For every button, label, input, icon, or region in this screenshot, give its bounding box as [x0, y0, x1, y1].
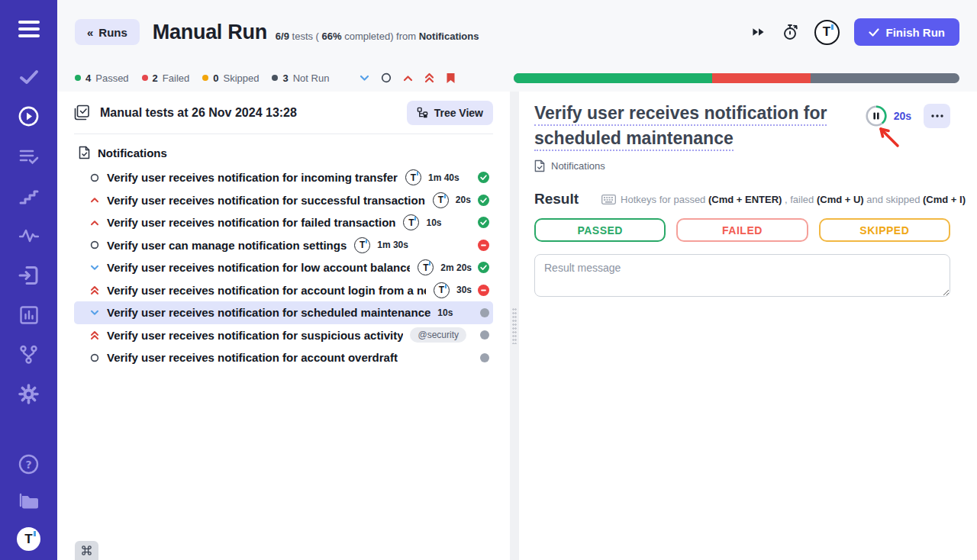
- run-progress-subtitle: 6/9 tests ( 66% completed) from Notifica…: [276, 31, 479, 42]
- priority-icon: [89, 240, 99, 249]
- command-icon: [80, 544, 93, 557]
- tree-view-button[interactable]: Tree View: [407, 101, 493, 125]
- test-detail-panel: Verify user receives notification for sc…: [519, 92, 977, 560]
- bar-chart-icon[interactable]: [19, 304, 39, 325]
- testomat-logo-icon: T: [354, 237, 370, 253]
- test-title: Verify user receives notification for ac…: [107, 284, 426, 297]
- failed-dot-icon: [142, 75, 148, 81]
- hamburger-menu-icon[interactable]: [18, 18, 40, 39]
- test-duration: 1m 40s: [428, 172, 459, 183]
- status-icon: [472, 195, 489, 206]
- status-row: 4Passed 2Failed 0Skipped 3Not Run: [57, 64, 977, 92]
- check-icon: [869, 28, 879, 37]
- test-duration: 20s: [456, 195, 471, 205]
- skipped-button[interactable]: SKIPPED: [819, 218, 950, 242]
- test-duration: 1m 30s: [377, 240, 408, 250]
- branch-icon[interactable]: [18, 344, 39, 365]
- testomat-logo-icon: T: [418, 259, 434, 275]
- failed-button[interactable]: FAILED: [676, 218, 808, 242]
- activity-pulse-icon[interactable]: [19, 225, 39, 246]
- command-key-badge[interactable]: [75, 541, 98, 560]
- stairs-icon[interactable]: [19, 185, 39, 206]
- priority-icon: [89, 285, 99, 295]
- sidebar: ? T: [0, 0, 57, 560]
- status-icon: [472, 172, 489, 183]
- result-message-input[interactable]: [534, 254, 950, 297]
- svg-text:?: ?: [25, 459, 31, 471]
- help-circle-icon[interactable]: ?: [18, 454, 39, 475]
- test-title: Verify user receives notification for su…: [107, 194, 425, 207]
- test-row[interactable]: Verify user receives notification for in…: [74, 166, 493, 189]
- test-list-panel: Manual tests at 26 Nov 2024 13:28 Tree V…: [57, 92, 510, 560]
- priority-icon: [89, 310, 99, 316]
- chevrons-up-icon[interactable]: [424, 72, 434, 83]
- bookmark-icon[interactable]: [446, 72, 456, 84]
- result-heading: Result: [534, 191, 579, 208]
- back-to-runs-button[interactable]: « Runs: [75, 19, 140, 45]
- test-row[interactable]: Verify user receives notification for ac…: [74, 346, 493, 369]
- testomat-logo-icon[interactable]: T: [17, 527, 40, 551]
- testomat-logo-icon: T: [433, 192, 449, 208]
- notrun-dot-icon: [272, 75, 278, 81]
- testomat-logo-icon: T: [403, 214, 419, 230]
- run-title: Manual tests at 26 Nov 2024 13:28: [100, 106, 297, 120]
- test-title: Verify user receives notification for lo…: [107, 261, 410, 274]
- failed-count: 2Failed: [142, 72, 190, 84]
- priority-icon: [89, 197, 99, 203]
- hotkeys-hint: Hotkeys for passed (Cmd + ENTER) , faile…: [601, 194, 966, 205]
- test-row[interactable]: Verify user receives notification for lo…: [74, 256, 493, 279]
- passed-count: 4Passed: [75, 72, 129, 84]
- circle-icon[interactable]: [381, 72, 392, 83]
- more-options-button[interactable]: [924, 104, 950, 128]
- testomat-logo-icon: T: [434, 282, 450, 298]
- fast-forward-icon[interactable]: [750, 26, 766, 38]
- list-panel-header: Manual tests at 26 Nov 2024 13:28 Tree V…: [74, 92, 493, 134]
- tree-icon: [417, 107, 428, 118]
- progress-bar: [514, 73, 959, 83]
- priority-icon: [89, 330, 99, 340]
- suite-group-row[interactable]: Notifications: [74, 140, 493, 165]
- test-title: Verify user receives notification for in…: [107, 171, 398, 184]
- document-icon: [534, 159, 545, 172]
- chevrons-left-icon: «: [87, 26, 93, 39]
- test-list: Verify user receives notification for in…: [74, 166, 493, 369]
- ellipsis-icon: [931, 114, 943, 117]
- test-row[interactable]: Verify user receives notification for sc…: [74, 301, 493, 324]
- folder-icon[interactable]: [18, 491, 40, 511]
- test-row[interactable]: Verify user receives notification for fa…: [74, 211, 493, 234]
- testomat-logo-icon[interactable]: T: [814, 20, 840, 45]
- pause-timer-button[interactable]: [865, 105, 888, 127]
- document-icon: [79, 146, 90, 159]
- verdict-buttons: PASSED FAILED SKIPPED: [534, 218, 950, 242]
- main-area: « Runs Manual Run 6/9 tests ( 66% comple…: [57, 0, 977, 560]
- status-counts: 4Passed 2Failed 0Skipped 3Not Run: [75, 72, 329, 84]
- test-row[interactable]: Verify user receives notification for ac…: [74, 279, 493, 302]
- status-icon: [474, 353, 489, 362]
- gear-icon[interactable]: [18, 384, 39, 404]
- finish-run-button[interactable]: Finish Run: [854, 18, 960, 46]
- priority-icon: [89, 265, 99, 271]
- test-row[interactable]: Verify user can manage notification sett…: [74, 234, 493, 257]
- sign-in-icon[interactable]: [18, 265, 39, 285]
- test-row[interactable]: Verify user receives notification for su…: [74, 189, 493, 212]
- top-header: « Runs Manual Run 6/9 tests ( 66% comple…: [57, 0, 977, 64]
- status-icon: [472, 262, 489, 273]
- breadcrumb[interactable]: Notifications: [534, 159, 950, 172]
- passed-button[interactable]: PASSED: [534, 218, 666, 242]
- skipped-count: 0Skipped: [202, 72, 259, 84]
- stopwatch-icon[interactable]: [781, 22, 800, 42]
- test-title: Verify user receives notification for sc…: [107, 306, 430, 319]
- chevron-down-icon[interactable]: [360, 75, 369, 82]
- test-detail-title[interactable]: Verify user receives notification for sc…: [534, 101, 908, 151]
- test-row[interactable]: Verify user receives notification for su…: [74, 324, 493, 347]
- priority-icon: [89, 220, 99, 226]
- list-check-icon[interactable]: [19, 146, 39, 166]
- play-circle-icon[interactable]: [18, 106, 39, 127]
- chevron-up-icon[interactable]: [403, 75, 413, 82]
- page-title: Manual Run: [153, 21, 267, 44]
- panel-resize-handle[interactable]: [510, 92, 519, 560]
- breadcrumb-label: Notifications: [551, 160, 605, 172]
- check-icon[interactable]: [19, 66, 39, 87]
- progress-passed-segment: [514, 73, 711, 83]
- test-tag: @security: [410, 327, 466, 343]
